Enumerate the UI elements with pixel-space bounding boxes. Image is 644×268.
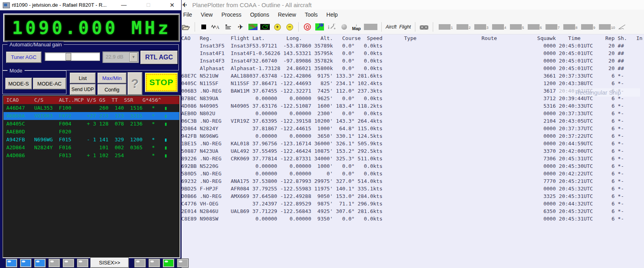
toolbar-preset-6[interactable]: 6 <box>528 24 542 30</box>
aircraft-row[interactable]: Alphasat Alphasat-1.73128 24.86021 35800… <box>181 65 642 72</box>
close-icon[interactable]: ✕ <box>166 1 178 9</box>
aircraft-view-icon[interactable]: ✈ <box>236 23 245 31</box>
gain-slider[interactable] <box>45 52 100 61</box>
aircraft-row[interactable]: 9BD25 F-HPJF AFR084 37.79255 -122.55983 … <box>181 185 642 192</box>
aircft-button[interactable]: Aircft <box>386 24 396 30</box>
toolbar-preset-8[interactable]: 8 <box>563 24 578 30</box>
toolbar-preset-9[interactable]: 9 <box>581 24 595 30</box>
status-led-blue[interactable] <box>6 259 17 267</box>
menu-tools[interactable]: Tools <box>300 10 322 20</box>
toolbar-preset-10[interactable]: 10 <box>599 24 615 30</box>
mode-s-row[interactable]: A4D086 F013 + 1 102 254 * ▮ <box>4 152 179 160</box>
open-file-icon[interactable] <box>181 23 191 31</box>
setup-wrench-icon[interactable] <box>315 23 324 31</box>
toolbar-preset-2[interactable]: 2 <box>456 24 471 30</box>
toolbar-preset-5[interactable]: 5 <box>510 24 524 30</box>
mode-s-row[interactable]: A46D47 UAL353 F100 260 140 1516 * ▮ <box>4 104 179 112</box>
aircraft-row[interactable]: C8E89 N908SW 0.00000 0.00000 9350' 0.0° … <box>181 215 642 222</box>
mode-s-row[interactable]: A6B60A VOI903 F072 +27 273 173 3315 * ▮ <box>4 112 179 120</box>
zoom-in-icon[interactable]: + <box>273 23 282 31</box>
mode-s-button[interactable]: MODE-S <box>5 78 32 89</box>
mode-ac-button[interactable]: MODE-AC <box>33 78 66 89</box>
menu-review[interactable]: Review <box>273 10 300 20</box>
status-leds-left <box>6 259 88 267</box>
stop-button[interactable]: STOP <box>145 72 178 92</box>
aircraft-table[interactable]: CAO Reg. Flight Lat. Long. Alt. Course S… <box>181 34 642 222</box>
aircraft-row[interactable]: 2D864 N2824Y 37.81867 -122.44615 1000' 6… <box>181 125 642 132</box>
aircraft-row[interactable]: Insat4F1 Insat4F1-0.56226 143.53321 3579… <box>181 49 642 57</box>
status-led-gray[interactable] <box>149 259 160 267</box>
aircraft-row[interactable]: 06C3B .NO-REG VIR19Z 37.63395 -122.39158… <box>181 117 642 125</box>
menu-options[interactable]: Options <box>246 10 273 20</box>
aircraft-row[interactable]: 69232 .NO-REG ANA175 37.53800 -122.87993… <box>181 177 642 185</box>
mode-s-list[interactable]: ICAO C/S ALT..MCP V/S GS TT SSR G*456^ A… <box>2 95 180 258</box>
config-button[interactable]: Config <box>97 84 127 95</box>
flight-button[interactable]: Flight <box>399 24 411 30</box>
home-location-icon[interactable] <box>303 23 312 31</box>
sisex-button[interactable]: SISEX>> <box>90 257 129 268</box>
aircraft-row[interactable]: 692BB N5220G 0.00000 0.00000 1000' 0.0° … <box>181 162 642 170</box>
aircraft-row[interactable]: 0405C N115SF N115SF 37.86471 -122.44693 … <box>181 80 642 87</box>
menu-help[interactable]: Help <box>322 10 342 20</box>
list-button[interactable]: List <box>70 72 96 84</box>
map-download-icon[interactable]: ↓Map <box>352 23 361 31</box>
aircraft-row[interactable]: 68E7C N521UW AAL188037.63748 -122.42806 … <box>181 72 642 80</box>
status-led-blue[interactable] <box>20 259 31 267</box>
aircraft-row[interactable]: 4D086 N40905 N40905 37.63176 -122.51087 … <box>181 102 642 110</box>
aircraft-row[interactable]: 1BE15 .NO-REG KAL018 37.96756 -123.16714… <box>181 140 642 147</box>
mode-s-row[interactable]: A2D864 N2824Y F016 101 002 0365 * ▮ <box>4 144 179 152</box>
help-button[interactable]: ? <box>127 72 142 95</box>
frequency-value: 1090.000 MHz <box>12 18 171 38</box>
rtl1090-titlebar[interactable]: rtl1090 - jetvision.de - Rafael R820T - … <box>0 0 181 10</box>
aircraft-row[interactable]: AEB0D N802U 0.00000 0.00000 2300' 0.0° 0… <box>181 110 642 117</box>
zoom-out-icon[interactable]: − <box>285 23 294 31</box>
toolbar-separator <box>433 22 433 32</box>
chart-view-icon[interactable] <box>248 23 258 31</box>
aircraft-row[interactable]: 50887 N423UA UAL492 37.55495 -122.46424 … <box>181 147 642 155</box>
mode-s-row[interactable]: AAEB0D F020 <box>4 128 179 136</box>
signature-pen-icon[interactable] <box>618 23 627 31</box>
polar-view-icon[interactable] <box>260 23 270 31</box>
mode-s-row[interactable]: A942FB N696WG F015 - 1 141 329 1200 * ▮ <box>4 136 179 144</box>
status-led-green[interactable] <box>163 259 174 267</box>
aircraft-row[interactable]: C4776 VH-OEG 37.24397 -122.89529 9875' 7… <box>181 200 642 207</box>
message-list-icon[interactable] <box>224 23 233 31</box>
toolbar-preset-3[interactable]: 3 <box>474 24 489 30</box>
menu-process[interactable]: Process <box>217 10 246 20</box>
status-led-blue[interactable] <box>34 259 45 267</box>
aircraft-row[interactable]: Insat4F3 Insat4F32.60740 -97.89086 35782… <box>181 57 642 65</box>
aircraft-row[interactable]: 580D5 .NO-REG 0.00000 0.00000 0' 0.0° 0.… <box>181 170 642 177</box>
binoculars-icon[interactable] <box>419 23 429 31</box>
aircraft-row[interactable]: 89226 .NO-REG CRK069 37.77814 -122.87331… <box>181 155 642 162</box>
status-led-gray[interactable] <box>63 259 74 267</box>
gain-slider-thumb[interactable] <box>66 53 71 61</box>
menu-view[interactable]: View <box>197 10 217 20</box>
blank-toolbar-button <box>364 24 377 30</box>
tuner-agc-button[interactable]: Tuner AGC <box>6 51 42 63</box>
aircraft-table-header: CAO Reg. Flight Lat. Long. Alt. Course S… <box>181 34 642 42</box>
mode-s-row[interactable]: A0405C F004 + 3 128 078 2136 * ▮ <box>4 120 179 128</box>
toolbar-preset-1[interactable]: 1 <box>439 24 453 30</box>
aircraft-row[interactable]: 942FB N696WG 0.00000 0.00000 3650' 330.1… <box>181 132 642 140</box>
aircraft-row[interactable]: 2E014 N2846U UAL869 37.71229 -122.56843 … <box>181 207 642 215</box>
status-led-gray[interactable] <box>134 259 146 267</box>
svg-text:i: i <box>328 24 330 30</box>
gain-value-dropdown[interactable]: 22.9 dB ▼ <box>102 51 139 63</box>
mode-s-list-rows[interactable]: A46D47 UAL353 F100 260 140 1516 * ▮A6B60… <box>3 104 180 160</box>
chevron-down-icon[interactable]: ▼ <box>129 53 138 62</box>
rtl1090-window: rtl1090 - jetvision.de - Rafael R820T - … <box>0 0 182 268</box>
status-led-gray[interactable] <box>49 259 60 267</box>
menu-bar[interactable]: FileViewProcessOptionsReviewToolsHelp <box>179 10 342 20</box>
status-led-gray[interactable] <box>177 259 188 267</box>
toolbar-preset-4[interactable]: 4 <box>492 24 506 30</box>
minimize-icon[interactable]: — <box>118 1 130 9</box>
status-led-gray[interactable] <box>77 259 88 267</box>
raw-signal-icon[interactable]: A <box>211 23 221 31</box>
rtl-agc-button[interactable]: RTL AGC <box>140 50 178 65</box>
aircraft-row[interactable]: Insat3F5 Insat3F53.97121 -53.87860 35789… <box>181 42 642 49</box>
send-udp-button[interactable]: Send UDP <box>70 84 96 95</box>
stop-processing-icon[interactable] <box>199 23 208 31</box>
aircraft-row[interactable]: D0B66 .NO-REG AMX669 37.64580 -122.49288… <box>181 192 642 200</box>
max-min-button[interactable]: Max/Min <box>97 72 127 84</box>
toolbar-preset-7[interactable]: 7 <box>546 24 560 30</box>
